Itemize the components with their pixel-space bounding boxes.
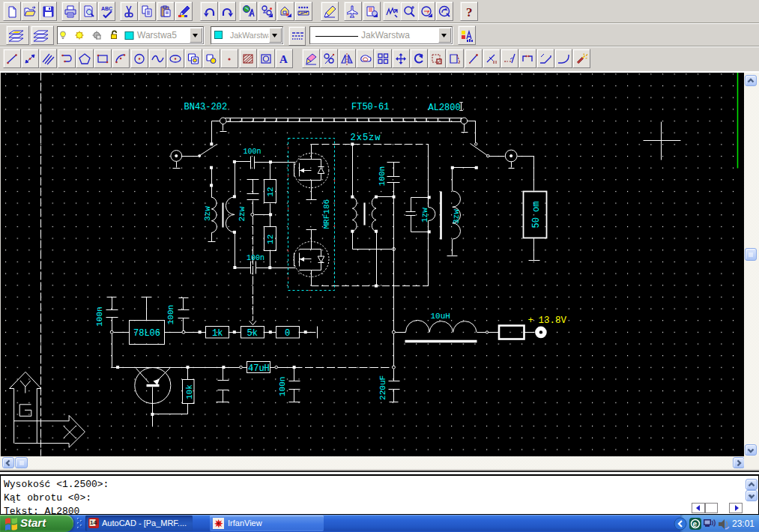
svg-text:100n: 100n <box>166 305 175 324</box>
svg-text:12: 12 <box>266 235 275 244</box>
svg-text:220uF: 220uF <box>378 375 387 400</box>
svg-text:1zw: 1zw <box>420 208 429 223</box>
svg-text:10k: 10k <box>185 384 194 399</box>
svg-text:12: 12 <box>266 187 275 196</box>
svg-text:1k: 1k <box>212 328 223 339</box>
svg-text:100n: 100n <box>95 306 104 326</box>
svg-text:10uH: 10uH <box>431 312 450 321</box>
svg-text:5k: 5k <box>247 328 258 339</box>
svg-text:FT50-61: FT50-61 <box>351 102 389 112</box>
svg-text:100n: 100n <box>247 254 264 262</box>
svg-text:3zw: 3zw <box>203 206 212 221</box>
svg-text:3zw: 3zw <box>452 209 461 224</box>
svg-text:BN43-202: BN43-202 <box>184 102 228 112</box>
svg-text:AL2800: AL2800 <box>429 103 461 113</box>
svg-text:47uH: 47uH <box>248 363 270 374</box>
svg-text:MRF186: MRF186 <box>322 199 331 229</box>
svg-text:50 om: 50 om <box>531 201 542 228</box>
svg-text:?: ? <box>466 5 473 19</box>
svg-text:13.8V: 13.8V <box>539 315 567 326</box>
svg-text:2zw: 2zw <box>238 206 247 221</box>
svg-text:A: A <box>279 53 288 65</box>
svg-text:e: e <box>693 520 698 528</box>
svg-text:100n: 100n <box>278 377 287 396</box>
svg-text:2x5zw: 2x5zw <box>351 133 381 143</box>
svg-text:78L06: 78L06 <box>133 328 160 339</box>
svg-text:ABC: ABC <box>101 6 112 11</box>
svg-text:+: + <box>528 315 534 326</box>
svg-text:100n: 100n <box>378 166 387 186</box>
svg-text:100n: 100n <box>244 148 261 156</box>
svg-text:0: 0 <box>285 328 290 339</box>
